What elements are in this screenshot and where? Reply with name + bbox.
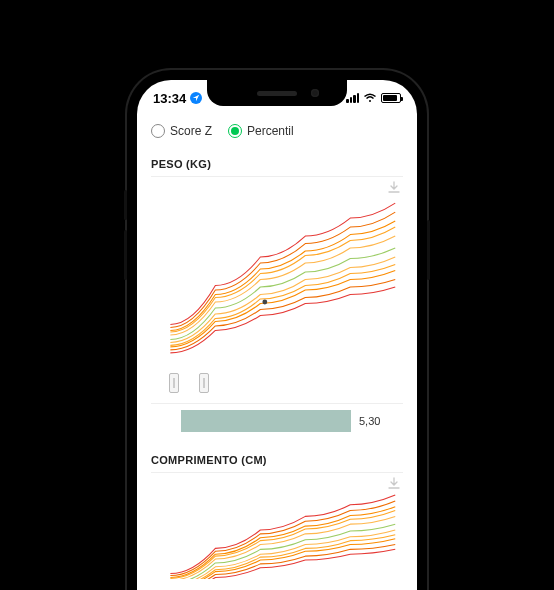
speaker-grille [257, 91, 297, 96]
range-slider-handles [151, 373, 403, 403]
section-title-comprimento: COMPRIMENTO (CM) [151, 446, 403, 472]
radio-checked-icon [228, 124, 242, 138]
radio-score-z[interactable]: Score Z [151, 124, 212, 138]
radio-percentil[interactable]: Percentil [228, 124, 294, 138]
app-content: Score Z Percentil PESO (KG) [137, 116, 417, 579]
radio-unchecked-icon [151, 124, 165, 138]
radio-label: Percentil [247, 124, 294, 138]
battery-icon [381, 93, 401, 103]
wifi-icon [363, 91, 377, 106]
volume-down-button[interactable] [124, 230, 127, 280]
section-title-peso: PESO (KG) [151, 150, 403, 176]
location-icon [190, 92, 202, 104]
slider-handle-right[interactable] [199, 373, 209, 393]
front-camera [311, 89, 319, 97]
screen: 13:34 Score Z [137, 80, 417, 590]
radio-label: Score Z [170, 124, 212, 138]
volume-up-button[interactable] [124, 190, 127, 220]
value-bar-row: 5,30 [151, 404, 403, 446]
value-bar-label: 5,30 [359, 415, 380, 427]
phone-frame: 13:34 Score Z [127, 70, 427, 590]
download-icon[interactable] [387, 181, 401, 195]
slider-handle-left[interactable] [169, 373, 179, 393]
value-bar [181, 410, 351, 432]
peso-chart-card: 5,30 [151, 177, 403, 446]
cellular-signal-icon [346, 93, 359, 103]
metric-radio-group: Score Z Percentil [151, 116, 403, 150]
download-icon[interactable] [387, 477, 401, 491]
svg-point-0 [262, 300, 267, 305]
comprimento-chart-card [151, 473, 403, 579]
comprimento-percentile-chart[interactable] [151, 479, 403, 579]
status-time: 13:34 [153, 91, 186, 106]
peso-percentile-chart[interactable] [151, 183, 403, 373]
notch [207, 80, 347, 106]
power-button[interactable] [427, 220, 430, 280]
